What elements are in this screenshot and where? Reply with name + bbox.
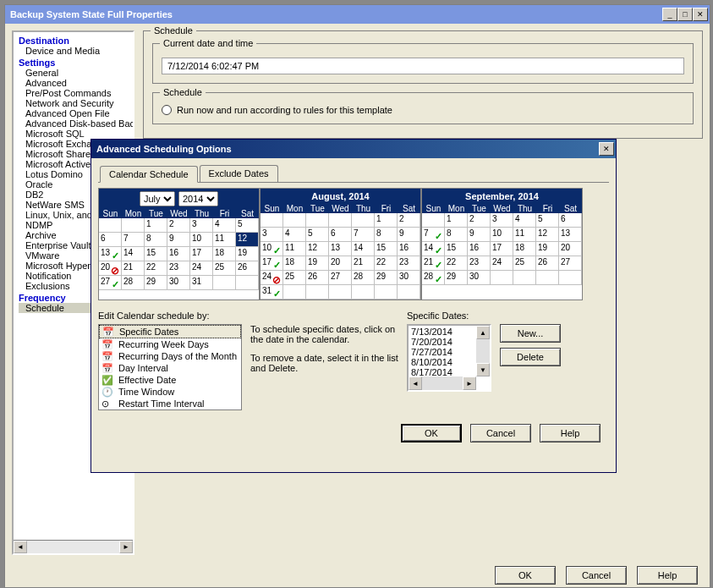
editby-list[interactable]: 📅Specific Dates 📅Recurring Week Days 📅Re… bbox=[98, 324, 242, 410]
calendar-day[interactable]: 31 bbox=[190, 276, 213, 290]
maximize-button[interactable]: □ bbox=[677, 8, 693, 21]
calendar-day[interactable]: 11 bbox=[283, 242, 306, 256]
calendar-day[interactable]: 1 bbox=[145, 218, 167, 233]
calendar-day[interactable]: 2 bbox=[398, 213, 420, 228]
calendar-day[interactable]: 9 bbox=[167, 233, 190, 247]
calendar-day[interactable]: 22 bbox=[445, 256, 468, 271]
editby-specific-dates[interactable]: 📅Specific Dates bbox=[99, 325, 241, 338]
tree-item-advanced-disk[interactable]: Advanced Disk-based Backup bbox=[19, 118, 128, 129]
calendar-day[interactable]: 23 bbox=[167, 261, 190, 276]
calendar-day[interactable]: 10 bbox=[491, 228, 513, 242]
calendar-day[interactable]: 3 bbox=[190, 218, 213, 233]
main-ok-button[interactable]: OK bbox=[495, 566, 556, 585]
tree-scroll-h[interactable]: ◄ ► bbox=[14, 540, 133, 553]
calendar-day[interactable]: 7 bbox=[352, 228, 375, 242]
calendar-day[interactable]: 27✓ bbox=[99, 276, 122, 290]
scroll-right-button[interactable]: ► bbox=[119, 541, 133, 553]
calendar-day[interactable]: 6 bbox=[559, 213, 582, 228]
calendar-day[interactable]: 20⊘ bbox=[99, 261, 122, 276]
calendar-day[interactable]: 10✓ bbox=[261, 242, 283, 256]
calendar-day[interactable]: 24 bbox=[190, 261, 213, 276]
tree-item-advanced-openfile[interactable]: Advanced Open File bbox=[19, 108, 128, 118]
calendar-day[interactable]: 15 bbox=[375, 242, 398, 256]
specific-dates-listbox[interactable]: 7/13/20147/20/20147/27/20148/10/20148/17… bbox=[407, 324, 491, 392]
calendar-day[interactable]: 11 bbox=[513, 228, 536, 242]
main-cancel-button[interactable]: Cancel bbox=[566, 566, 627, 585]
calendar-day[interactable]: 29 bbox=[145, 276, 167, 290]
calendar-day[interactable]: 27 bbox=[559, 256, 582, 271]
main-help-button[interactable]: Help bbox=[637, 566, 698, 585]
scroll-up-button[interactable]: ▲ bbox=[476, 326, 490, 339]
calendar-day[interactable]: 23 bbox=[468, 256, 491, 271]
calendar-day[interactable]: 21✓ bbox=[422, 256, 445, 271]
calendar-day[interactable]: 3 bbox=[491, 213, 513, 228]
delete-button[interactable]: Delete bbox=[500, 348, 561, 366]
calendar-day[interactable]: 8 bbox=[375, 228, 398, 242]
tab-calendar-schedule[interactable]: Calendar Schedule bbox=[100, 166, 198, 183]
calendar-day[interactable]: 22 bbox=[375, 256, 398, 271]
calendar-day[interactable]: 11 bbox=[213, 233, 236, 247]
year-select[interactable]: 2014 bbox=[178, 191, 218, 206]
tree-item-advanced[interactable]: Advanced bbox=[19, 78, 128, 88]
new-button[interactable]: New... bbox=[500, 324, 561, 343]
calendar-day[interactable]: 12 bbox=[236, 233, 259, 247]
calendar-day[interactable]: 30 bbox=[468, 271, 491, 285]
tree-item-prepost[interactable]: Pre/Post Commands bbox=[19, 88, 128, 98]
calendar-day[interactable]: 12 bbox=[536, 228, 559, 242]
calendar-day[interactable]: 18 bbox=[213, 247, 236, 261]
calendar-day[interactable]: 23 bbox=[398, 256, 420, 271]
dialog-cancel-button[interactable]: Cancel bbox=[470, 424, 531, 442]
calendar-day[interactable]: 28 bbox=[122, 276, 145, 290]
tree-item-general[interactable]: General bbox=[19, 68, 128, 78]
scroll-track[interactable] bbox=[27, 541, 119, 553]
calendar-day[interactable]: 29 bbox=[375, 271, 398, 285]
listbox-scroll-h[interactable]: ◄ ► bbox=[409, 376, 476, 390]
calendar-day[interactable]: 29 bbox=[445, 271, 468, 285]
scroll-right-button-2[interactable]: ► bbox=[463, 376, 476, 390]
calendar-day[interactable]: 19 bbox=[236, 247, 259, 261]
editby-recurring-weekdays[interactable]: 📅Recurring Week Days bbox=[99, 338, 241, 350]
close-button[interactable]: ✕ bbox=[693, 8, 708, 21]
calendar-day[interactable]: 27 bbox=[329, 271, 352, 285]
calendar-day[interactable]: 10 bbox=[190, 233, 213, 247]
calendar-day[interactable]: 17✓ bbox=[261, 256, 283, 271]
calendar-day[interactable]: 14✓ bbox=[422, 242, 445, 256]
calendar-day[interactable]: 21 bbox=[352, 256, 375, 271]
calendar-day[interactable]: 17 bbox=[190, 247, 213, 261]
scroll-left-button[interactable]: ◄ bbox=[14, 541, 27, 553]
calendar-day[interactable]: 13 bbox=[559, 228, 582, 242]
listbox-scroll-v[interactable]: ▲ ▼ bbox=[476, 326, 490, 376]
calendar-day[interactable]: 20 bbox=[559, 242, 582, 256]
calendar-day[interactable]: 13✓ bbox=[99, 247, 122, 261]
calendar-day[interactable]: 16 bbox=[398, 242, 420, 256]
calendar-day[interactable]: 14 bbox=[122, 247, 145, 261]
calendar-day[interactable]: 5 bbox=[536, 213, 559, 228]
radio-run-now[interactable] bbox=[162, 105, 172, 115]
calendar-day[interactable]: 9 bbox=[468, 228, 491, 242]
tree-head-destination[interactable]: Destination bbox=[19, 36, 128, 46]
dialog-help-button[interactable]: Help bbox=[540, 424, 601, 442]
calendar-day[interactable]: 4 bbox=[213, 218, 236, 233]
scroll-left-button-2[interactable]: ◄ bbox=[409, 376, 422, 390]
calendar-day[interactable]: 5 bbox=[306, 228, 329, 242]
calendar-day[interactable]: 1 bbox=[445, 213, 468, 228]
calendar-day[interactable]: 17 bbox=[491, 242, 513, 256]
calendar-day[interactable]: 25 bbox=[283, 271, 306, 285]
calendar-day[interactable]: 7✓ bbox=[422, 228, 445, 242]
tree-head-settings[interactable]: Settings bbox=[19, 58, 128, 68]
calendar-day[interactable]: 28✓ bbox=[422, 271, 445, 285]
calendar-day[interactable]: 25 bbox=[513, 256, 536, 271]
calendar-day[interactable]: 2 bbox=[468, 213, 491, 228]
calendar-day[interactable]: 15 bbox=[445, 242, 468, 256]
calendar-day[interactable]: 13 bbox=[329, 242, 352, 256]
editby-effective-date[interactable]: ✅Effective Date bbox=[99, 374, 241, 386]
calendar-day[interactable]: 24⊘ bbox=[261, 271, 283, 285]
calendar-day[interactable]: 6 bbox=[329, 228, 352, 242]
calendar-day[interactable]: 22 bbox=[145, 261, 167, 276]
calendar-day[interactable]: 31✓ bbox=[261, 285, 283, 299]
calendar-day[interactable]: 3 bbox=[261, 228, 283, 242]
calendar-day[interactable]: 25 bbox=[213, 261, 236, 276]
calendar-day[interactable]: 9 bbox=[398, 228, 420, 242]
calendar-day[interactable]: 19 bbox=[536, 242, 559, 256]
editby-time-window[interactable]: 🕐Time Window bbox=[99, 386, 241, 398]
